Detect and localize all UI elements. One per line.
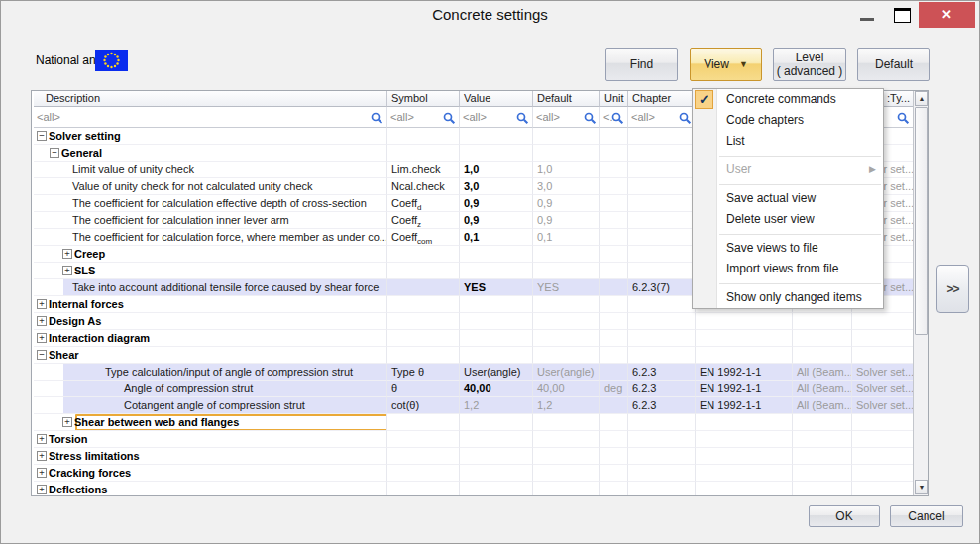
value-cell[interactable]: 1,2: [460, 397, 533, 414]
menu-item-save-actual-view[interactable]: Save actual view: [693, 188, 883, 209]
expand-icon[interactable]: +: [37, 451, 47, 461]
expand-panel-button[interactable]: >>: [936, 265, 969, 313]
expand-icon[interactable]: +: [37, 468, 47, 478]
table-row[interactable]: Type calculation/input of angle of compr…: [32, 364, 914, 381]
expand-icon[interactable]: +: [37, 485, 47, 494]
value-cell[interactable]: [460, 296, 533, 313]
maximize-button[interactable]: [887, 1, 917, 28]
column-header-Description[interactable]: Description: [34, 91, 387, 107]
value-cell[interactable]: [460, 347, 533, 364]
description-cell[interactable]: Value of unity check for not calculated …: [34, 178, 387, 195]
view-button[interactable]: View▼: [690, 48, 762, 81]
expand-icon[interactable]: +: [62, 266, 72, 275]
scroll-down-arrow[interactable]: ▼: [915, 480, 928, 494]
description-cell[interactable]: The coefficient for calculation effectiv…: [34, 195, 387, 212]
filter-cell[interactable]: <all>: [628, 107, 696, 128]
menu-item-concrete-commands[interactable]: Concrete commands✓: [693, 89, 883, 110]
cancel-button[interactable]: Cancel: [890, 505, 963, 527]
level-advanced-button[interactable]: Level( advanced ): [773, 48, 846, 81]
description-cell[interactable]: The coefficient for calculation force, w…: [34, 229, 387, 246]
menu-item-import-views-from-file[interactable]: Import views from file: [693, 259, 883, 279]
search-icon[interactable]: [371, 111, 383, 128]
description-cell[interactable]: Limit value of unity check: [34, 162, 387, 178]
description-cell[interactable]: −Shear: [34, 347, 387, 364]
vertical-scrollbar[interactable]: ▲ ▼: [913, 91, 928, 495]
column-header-Chapter[interactable]: Chapter: [628, 91, 696, 107]
search-icon[interactable]: [679, 111, 692, 128]
scroll-up-arrow[interactable]: ▲: [915, 91, 928, 106]
value-cell[interactable]: 3,0: [460, 178, 533, 195]
table-row[interactable]: +Shear between web and flanges: [32, 414, 914, 431]
description-cell[interactable]: +SLS: [34, 263, 387, 279]
search-icon[interactable]: [516, 111, 529, 128]
column-header-Unit[interactable]: Unit: [600, 91, 628, 107]
value-cell[interactable]: User(angle): [460, 364, 533, 381]
value-cell[interactable]: 0,1: [460, 229, 533, 246]
description-cell[interactable]: Type calculation/input of angle of compr…: [34, 364, 387, 381]
value-cell[interactable]: 0,9: [460, 195, 533, 212]
filter-cell[interactable]: <all>: [387, 107, 460, 128]
expand-icon[interactable]: +: [62, 417, 72, 427]
value-cell[interactable]: [460, 128, 533, 145]
description-cell[interactable]: +Torsion: [34, 431, 387, 448]
table-row[interactable]: Angle of compression strutθ40,0040,00deg…: [32, 381, 914, 397]
filter-cell[interactable]: <all>: [460, 107, 533, 128]
description-cell[interactable]: +Internal forces: [34, 296, 387, 313]
value-cell[interactable]: [460, 414, 533, 431]
value-cell[interactable]: [460, 431, 533, 448]
default-button[interactable]: Default: [857, 48, 930, 81]
minimize-button[interactable]: [853, 1, 881, 28]
table-row[interactable]: Cotangent angle of compression strutcot(…: [32, 397, 914, 414]
description-cell[interactable]: Take into account additional tensile for…: [34, 279, 387, 296]
description-cell[interactable]: Angle of compression strut: [34, 381, 387, 397]
value-cell[interactable]: [460, 448, 533, 465]
menu-item-code-chapters[interactable]: Code chapters: [693, 110, 883, 131]
table-row[interactable]: +Design As: [32, 313, 914, 330]
search-icon[interactable]: [611, 111, 624, 128]
description-cell[interactable]: +Creep: [34, 246, 387, 263]
search-icon[interactable]: [897, 111, 910, 128]
value-cell[interactable]: 0,9: [460, 212, 533, 229]
column-header-Symbol[interactable]: Symbol: [387, 91, 460, 107]
filter-cell[interactable]: <...: [600, 107, 628, 128]
filter-cell[interactable]: <all>: [34, 107, 387, 128]
scrollbar-thumb[interactable]: [915, 107, 928, 335]
value-cell[interactable]: [460, 482, 533, 495]
ok-button[interactable]: OK: [809, 505, 880, 527]
search-icon[interactable]: [443, 111, 456, 128]
value-cell[interactable]: 1,0: [460, 162, 533, 178]
expand-icon[interactable]: +: [37, 333, 47, 343]
table-row[interactable]: +Interaction diagram: [32, 330, 914, 347]
value-cell[interactable]: [460, 330, 533, 347]
table-row[interactable]: −Shear: [32, 347, 914, 364]
value-cell[interactable]: [460, 465, 533, 482]
menu-item-show-only-changed-items[interactable]: Show only changed items: [693, 287, 883, 308]
table-row[interactable]: +Deflections: [32, 482, 914, 495]
description-cell[interactable]: +Stress limitations: [34, 448, 387, 465]
collapse-icon[interactable]: −: [50, 148, 59, 158]
expand-icon[interactable]: +: [62, 249, 72, 259]
close-button[interactable]: ✕: [919, 2, 975, 28]
description-cell[interactable]: +Design As: [34, 313, 387, 330]
value-cell[interactable]: [460, 313, 533, 330]
description-cell[interactable]: Cotangent angle of compression strut: [34, 397, 387, 414]
description-cell[interactable]: The coefficient for calculation inner le…: [34, 212, 387, 229]
collapse-icon[interactable]: −: [37, 350, 47, 360]
column-header-Default[interactable]: Default: [533, 91, 600, 107]
table-row[interactable]: +Cracking forces: [32, 465, 914, 482]
description-cell[interactable]: −Solver setting: [34, 128, 387, 145]
expand-icon[interactable]: +: [37, 299, 47, 309]
description-cell[interactable]: +Deflections: [34, 482, 387, 495]
value-cell[interactable]: [460, 145, 533, 162]
value-cell[interactable]: YES: [460, 279, 533, 296]
menu-item-list[interactable]: List: [693, 131, 883, 152]
menu-item-delete-user-view[interactable]: Delete user view: [693, 209, 883, 230]
expand-icon[interactable]: +: [37, 316, 47, 326]
description-cell[interactable]: +Cracking forces: [34, 465, 387, 482]
collapse-icon[interactable]: −: [37, 131, 47, 141]
value-cell[interactable]: [460, 263, 533, 279]
filter-cell[interactable]: <all>: [533, 107, 600, 128]
value-cell[interactable]: [460, 246, 533, 263]
search-icon[interactable]: [584, 111, 597, 128]
table-row[interactable]: +Stress limitations: [32, 448, 914, 465]
